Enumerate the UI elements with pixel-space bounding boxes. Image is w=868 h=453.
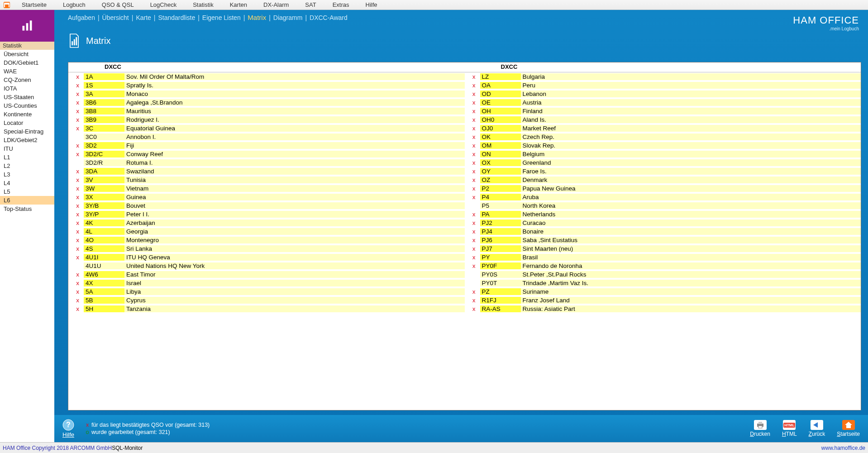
menu-extras[interactable]: Extras: [324, 0, 358, 9]
menu-startseite[interactable]: Startseite: [14, 0, 55, 9]
menu-hilfe[interactable]: Hilfe: [358, 0, 386, 9]
menu-karten[interactable]: Karten: [222, 0, 255, 9]
home-icon[interactable]: [4, 2, 10, 8]
menu-sat[interactable]: SAT: [297, 0, 324, 9]
menu-logbuch[interactable]: Logbuch: [55, 0, 94, 9]
menu-dx-alarm[interactable]: DX-Alarm: [255, 0, 297, 9]
main-menubar: StartseiteLogbuchQSO & QSLLogCheckStatis…: [0, 0, 868, 10]
menu-statistik[interactable]: Statistik: [185, 0, 222, 9]
menu-qso-qsl[interactable]: QSO & QSL: [94, 0, 142, 9]
menu-logcheck[interactable]: LogCheck: [142, 0, 185, 9]
